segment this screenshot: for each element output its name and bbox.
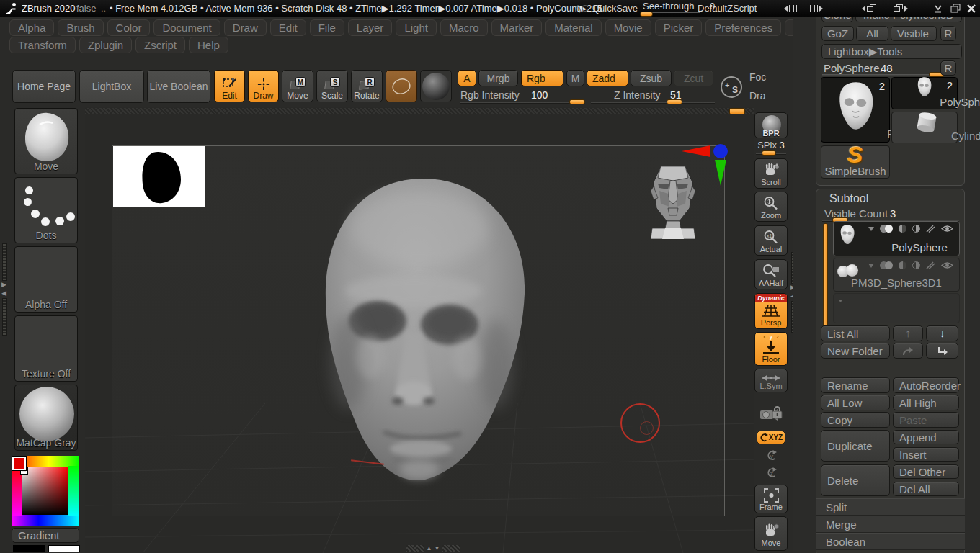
a-button[interactable]: A (458, 70, 476, 86)
displacement-icon[interactable] (912, 225, 920, 233)
rotate-button[interactable]: R Rotate (351, 70, 383, 102)
canvas-top-divider-handle[interactable] (729, 108, 745, 114)
menu-item[interactable]: File (310, 19, 344, 36)
paste-button[interactable]: Paste (893, 412, 959, 428)
new-folder-button[interactable]: New Folder (821, 343, 890, 359)
stroke-preview[interactable] (386, 70, 417, 102)
aahalf-button[interactable]: AAHalf (754, 259, 788, 289)
lightbox-tools-button[interactable]: Lightbox▶Tools (821, 44, 962, 59)
secondary-color-white[interactable] (48, 545, 80, 552)
floor-axis-z[interactable]: z (776, 333, 779, 340)
move-button[interactable]: M Move (282, 70, 313, 102)
move-to-folder-button[interactable] (893, 343, 923, 359)
subtool-item-polysphere[interactable]: PolySphere (833, 221, 960, 256)
persp-button[interactable]: Dynamic Persp (754, 293, 788, 329)
active-tool-slider[interactable] (822, 74, 937, 76)
color-picker[interactable] (12, 456, 79, 526)
restore-icon[interactable] (950, 4, 961, 14)
visible-button[interactable]: Visible (891, 26, 937, 41)
material-picker[interactable]: MatCap Gray (14, 385, 78, 451)
move-canvas-button[interactable]: Move (754, 516, 788, 551)
menu-item[interactable]: Document (153, 19, 220, 36)
tool-r-button[interactable]: R (940, 60, 956, 76)
secondary-color-black[interactable] (13, 545, 45, 552)
spix-slider[interactable] (756, 153, 786, 154)
minimize-icon[interactable] (932, 4, 944, 14)
menu-item[interactable]: Macro (440, 19, 488, 36)
rgb-intensity-handle[interactable] (569, 99, 585, 104)
mrgb-button[interactable]: Mrgb (478, 70, 518, 86)
zsub-button[interactable]: Zsub (631, 70, 672, 86)
menu-item[interactable]: Brush (58, 19, 103, 36)
zcut-button[interactable]: Zcut (674, 70, 713, 86)
alpha-picker[interactable]: Alpha Off (14, 246, 78, 313)
subtool-empty-slot[interactable] (833, 293, 960, 323)
menu-item[interactable]: Zplugin (79, 37, 132, 53)
z-intensity-handle[interactable] (667, 99, 682, 104)
prev-window-icon[interactable] (862, 4, 876, 12)
canvas[interactable]: ▲ ▼ (85, 107, 754, 553)
delete-button[interactable]: Delete (821, 464, 890, 496)
actual-button[interactable]: x1 Actual (754, 225, 788, 256)
left-tray-open-icon[interactable] (810, 5, 823, 12)
autoreorder-button[interactable]: AutoReorder (893, 377, 959, 393)
floor-button[interactable]: x y z Floor (754, 332, 788, 366)
uv-icon[interactable] (899, 261, 906, 269)
subtool-item-sphere[interactable]: PM3D_Sphere3D1 (833, 258, 960, 292)
zoom-button[interactable]: Zoom (754, 192, 788, 222)
all-high-button[interactable]: All High (893, 395, 959, 410)
bpr-button[interactable]: BPR (754, 112, 788, 138)
menu-item[interactable]: Picker (655, 19, 703, 36)
rotate-z-icon[interactable]: Z (765, 467, 778, 479)
subtool-up-button[interactable]: ↑ (893, 325, 923, 341)
axis-gizmo[interactable] (679, 144, 729, 189)
sculptris-pro-button[interactable]: + S (721, 76, 742, 98)
del-other-button[interactable]: Del Other (893, 464, 959, 479)
tool-thumb-polysphere-active[interactable]: 2 PolySphere (821, 77, 890, 143)
material-preview[interactable] (420, 70, 452, 102)
zscript-button[interactable]: DefaultZScript (698, 3, 757, 14)
paintbrush-icon[interactable] (926, 225, 935, 233)
insert-button[interactable]: Insert (893, 447, 959, 462)
lsym-button[interactable]: L.Sym (754, 369, 788, 392)
tool-thumb-polysphere-2[interactable]: 2 PolySphere (891, 77, 958, 109)
displacement-icon[interactable] (912, 261, 920, 269)
brush-picker[interactable]: Move (14, 108, 78, 174)
canvas-bottom-divider[interactable]: ▲ ▼ (406, 544, 460, 552)
stroke-picker[interactable]: Dots (14, 177, 78, 243)
copy-button[interactable]: Copy (821, 412, 890, 428)
rename-button[interactable]: Rename (821, 377, 890, 393)
paintbrush-icon[interactable] (926, 261, 935, 269)
subtool-dropdown-icon[interactable] (868, 227, 874, 231)
menu-item[interactable]: Movie (605, 19, 651, 36)
current-color-swatch[interactable] (12, 457, 26, 470)
frame-button[interactable]: Frame (754, 485, 788, 513)
subtool-down-button[interactable]: ↓ (926, 325, 958, 341)
draw-button[interactable]: Draw (248, 70, 279, 102)
visibility-eye-icon[interactable] (941, 261, 953, 269)
subtool-dropdown-icon[interactable] (868, 264, 874, 268)
edit-button[interactable]: Edit (214, 70, 245, 102)
texture-picker[interactable]: Texture Off (14, 315, 78, 382)
floor-axis-y[interactable]: y (770, 333, 772, 340)
append-button[interactable]: Append (893, 430, 959, 444)
polypaint-icon[interactable] (880, 225, 893, 233)
menu-item[interactable]: Layer (348, 19, 393, 36)
xyz-button[interactable]: XYZ (757, 431, 785, 444)
menu-item[interactable]: Zscript (135, 37, 185, 53)
menu-item[interactable]: Material (545, 19, 601, 36)
scale-button[interactable]: S Scale (316, 70, 348, 102)
home-page-button[interactable]: Home Page (12, 70, 76, 103)
rotate-y-icon[interactable]: Y (765, 449, 778, 462)
live-boolean-button[interactable]: Live Boolean (147, 70, 210, 103)
goz-button[interactable]: GoZ (821, 26, 854, 41)
split-section[interactable]: Split (816, 498, 965, 516)
spix-handle[interactable] (762, 150, 776, 156)
subtool-scrollbar[interactable] (823, 223, 828, 328)
merge-section[interactable]: Merge (816, 516, 965, 533)
scroll-button[interactable]: Scroll (754, 158, 788, 189)
menu-item[interactable]: Help (189, 37, 228, 53)
all-button[interactable]: All (856, 26, 888, 41)
polypaint-icon[interactable] (880, 261, 893, 269)
sv-square[interactable] (22, 467, 68, 515)
